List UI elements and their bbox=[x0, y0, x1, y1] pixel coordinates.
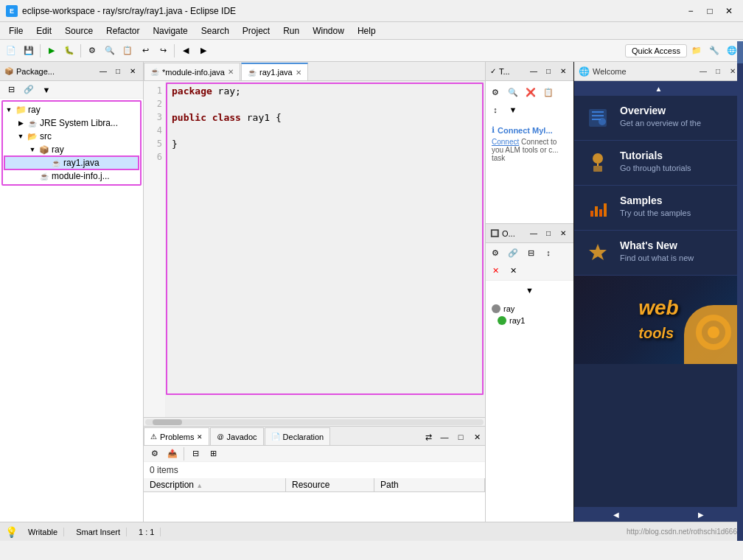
toolbar-btn-5[interactable]: ↪ bbox=[155, 43, 171, 59]
editor-tab-module-info[interactable]: ☕ *module-info.java ✕ bbox=[144, 63, 240, 80]
menu-project[interactable]: Project bbox=[237, 24, 276, 38]
welcome-nav-next[interactable]: ▶ bbox=[659, 507, 744, 522]
editor-tab-ray1[interactable]: ☕ ray1.java ✕ bbox=[241, 63, 308, 80]
problems-expand[interactable]: ⊞ bbox=[205, 446, 221, 462]
editor-scrollbar-horizontal[interactable] bbox=[144, 417, 485, 426]
bottom-panel-sync[interactable]: ⇄ bbox=[420, 429, 436, 445]
toolbar-btn-7[interactable]: ▶ bbox=[195, 43, 212, 59]
menu-run[interactable]: Run bbox=[277, 24, 305, 38]
tasks-minimize[interactable]: — bbox=[528, 66, 540, 77]
outline-btn-4[interactable]: ↕ bbox=[540, 245, 557, 261]
toolbar-btn-2[interactable]: 🔍 bbox=[102, 43, 118, 59]
welcome-item-tutorials[interactable]: Tutorials Go through tutorials bbox=[574, 141, 743, 186]
package-explorer-maximize[interactable]: □ bbox=[112, 66, 124, 77]
welcome-scrollbar[interactable] bbox=[737, 41, 743, 541]
tasks-btn-5[interactable]: ↕ bbox=[487, 102, 503, 118]
menu-source[interactable]: Source bbox=[59, 24, 99, 38]
tasks-btn-6[interactable]: ▼ bbox=[505, 102, 521, 118]
toolbar-btn-6[interactable]: ◀ bbox=[178, 43, 194, 59]
welcome-item-whats-new[interactable]: What's New Find out what is new bbox=[574, 231, 743, 276]
outline-item-ray[interactable]: ray bbox=[489, 303, 571, 315]
welcome-item-overview[interactable]: Overview Get an overview of the bbox=[574, 96, 743, 141]
bottom-panel-minimize[interactable]: — bbox=[436, 429, 453, 445]
connect-link[interactable]: Connect bbox=[492, 138, 519, 146]
code-editor[interactable]: package ray; public class ray1 { } bbox=[166, 81, 485, 417]
problems-tab-close[interactable]: ✕ bbox=[197, 433, 203, 441]
tasks-btn-2[interactable]: 🔍 bbox=[505, 84, 521, 100]
tasks-btn-3[interactable]: ❌ bbox=[523, 84, 539, 100]
toggle-src[interactable]: ▼ bbox=[16, 133, 25, 140]
welcome-content: Overview Get an overview of the Tutorial… bbox=[574, 96, 743, 507]
quick-access-button[interactable]: Quick Access bbox=[625, 44, 687, 57]
module-icon: ☕ bbox=[38, 170, 50, 182]
toolbar-debug[interactable]: 🐛 bbox=[61, 43, 77, 59]
outline-btn-1[interactable]: ⚙ bbox=[487, 245, 503, 261]
welcome-nav-prev[interactable]: ◀ bbox=[574, 507, 659, 522]
toggle-jre[interactable]: ▶ bbox=[16, 119, 25, 127]
tree-item-module-info[interactable]: ☕ module-info.j... bbox=[4, 169, 139, 183]
tree-item-ray1-java[interactable]: ☕ ray1.java bbox=[4, 156, 139, 169]
menu-refactor[interactable]: Refactor bbox=[100, 24, 145, 38]
package-explorer-close[interactable]: ✕ bbox=[127, 66, 139, 77]
tasks-maximize[interactable]: □ bbox=[543, 66, 554, 77]
bottom-tab-declaration[interactable]: 📄 Declaration bbox=[265, 427, 331, 445]
pkg-link-editor[interactable]: 🔗 bbox=[21, 82, 37, 98]
problems-filter[interactable]: ⚙ bbox=[147, 446, 163, 462]
toolbar-btn-1[interactable]: ⚙ bbox=[84, 43, 100, 59]
outline-close[interactable]: ✕ bbox=[557, 228, 569, 239]
toolbar-perspective-1[interactable]: 📁 bbox=[688, 43, 705, 59]
problems-export[interactable]: 📤 bbox=[164, 446, 181, 462]
welcome-minimize[interactable]: — bbox=[697, 66, 709, 77]
tab-module-close[interactable]: ✕ bbox=[228, 68, 234, 76]
outline-btn-5[interactable]: ✕ bbox=[487, 262, 503, 279]
tasks-btn-4[interactable]: 📋 bbox=[540, 84, 557, 100]
outline-minimize[interactable]: — bbox=[528, 228, 540, 239]
whats-new-text: What's New Find out what is new bbox=[620, 239, 694, 262]
tree-item-src[interactable]: ▼ 📂 src bbox=[4, 130, 139, 143]
bottom-tab-javadoc[interactable]: @ Javadoc bbox=[210, 427, 263, 445]
pkg-collapse-all[interactable]: ⊟ bbox=[3, 82, 19, 98]
toolbar-perspective-2[interactable]: 🔧 bbox=[706, 43, 722, 59]
tree-item-jre[interactable]: ▶ ☕ JRE System Libra... bbox=[4, 116, 139, 130]
toolbar-btn-3[interactable]: 📋 bbox=[119, 43, 136, 59]
outline-item-ray1[interactable]: ray1 bbox=[489, 315, 571, 326]
outline-btn-6[interactable]: ✕ bbox=[505, 262, 521, 279]
tree-item-ray-pkg[interactable]: ▼ 📦 ray bbox=[4, 143, 139, 156]
bottom-panel-maximize[interactable]: □ bbox=[453, 429, 469, 445]
menu-search[interactable]: Search bbox=[195, 24, 235, 38]
welcome-maximize[interactable]: □ bbox=[712, 66, 724, 77]
maximize-button[interactable]: □ bbox=[702, 3, 718, 19]
tree-item-ray-root[interactable]: ▼ 📁 ray bbox=[4, 103, 139, 116]
close-button[interactable]: ✕ bbox=[721, 3, 737, 19]
menu-window[interactable]: Window bbox=[307, 24, 350, 38]
line-num-1: 1 bbox=[144, 84, 165, 97]
scrollbar-thumb[interactable] bbox=[153, 419, 182, 425]
outline-expand-btn[interactable]: ▼ bbox=[487, 282, 572, 298]
toggle-ray-pkg[interactable]: ▼ bbox=[28, 146, 37, 153]
bottom-panel-close[interactable]: ✕ bbox=[469, 429, 485, 445]
package-explorer-minimize[interactable]: — bbox=[97, 66, 109, 77]
menu-file[interactable]: File bbox=[3, 24, 29, 38]
outline-btn-2[interactable]: 🔗 bbox=[505, 245, 521, 261]
minimize-button[interactable]: − bbox=[683, 3, 699, 19]
problems-collapse[interactable]: ⊟ bbox=[187, 446, 203, 462]
welcome-scrollbar-thumb[interactable] bbox=[737, 41, 743, 63]
toolbar-save[interactable]: 💾 bbox=[21, 43, 37, 59]
tab-ray1-close[interactable]: ✕ bbox=[296, 69, 301, 77]
toolbar-btn-4[interactable]: ↩ bbox=[137, 43, 153, 59]
toolbar-new[interactable]: 📄 bbox=[3, 43, 19, 59]
menu-navigate[interactable]: Navigate bbox=[147, 24, 193, 38]
welcome-scroll-up[interactable]: ▲ bbox=[574, 81, 743, 96]
outline-maximize[interactable]: □ bbox=[543, 228, 554, 239]
toggle-ray-root[interactable]: ▼ bbox=[4, 106, 13, 113]
editor-content[interactable]: 1 2 3 4 5 6 package ray; public class ra… bbox=[144, 81, 485, 417]
bottom-tab-problems[interactable]: ⚠ Problems ✕ bbox=[144, 427, 209, 445]
menu-help[interactable]: Help bbox=[352, 24, 382, 38]
pkg-view-menu[interactable]: ▼ bbox=[38, 82, 55, 98]
tasks-btn-1[interactable]: ⚙ bbox=[487, 84, 503, 100]
toolbar-run[interactable]: ▶ bbox=[43, 43, 60, 59]
outline-btn-3[interactable]: ⊟ bbox=[523, 245, 539, 261]
tasks-close[interactable]: ✕ bbox=[557, 66, 569, 77]
welcome-item-samples[interactable]: Samples Try out the samples bbox=[574, 186, 743, 231]
menu-edit[interactable]: Edit bbox=[30, 24, 57, 38]
